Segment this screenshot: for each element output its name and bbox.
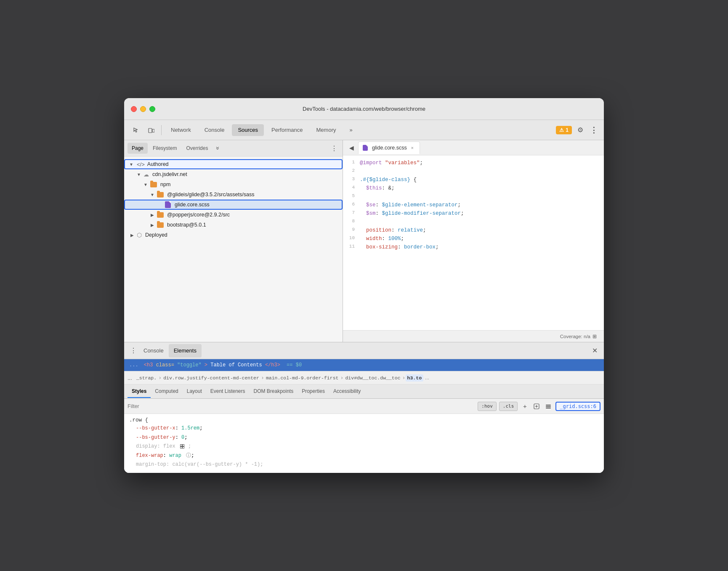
svg-rect-7 xyxy=(546,408,551,408)
title-bar: DevTools - datacadamia.com/web/browser/c… xyxy=(124,98,604,120)
deployed-arrow xyxy=(129,232,135,238)
styles-tab-bar: Styles Computed Layout Event Listeners D… xyxy=(124,384,604,399)
sidebar-more-tabs[interactable]: » xyxy=(213,143,223,153)
inspect-element-button[interactable] xyxy=(129,124,143,136)
scss-file-label: glide.core.scss xyxy=(175,202,210,208)
tab-console-bottom[interactable]: Console xyxy=(138,344,169,358)
tree-npm[interactable]: npm xyxy=(124,179,343,189)
code-editor: ◀ glide.core.scss × 1 @import "variables… xyxy=(343,140,604,342)
css-prop-flexwrap: flex-wrap: wrap ⓘ; xyxy=(136,451,599,461)
css-prop-gutter-x: --bs-gutter-x: 1.5rem; xyxy=(136,424,599,433)
editor-tab-bar: ◀ glide.core.scss × xyxy=(343,140,604,155)
svg-rect-6 xyxy=(546,406,551,407)
warning-icon: ⚠ xyxy=(559,127,564,133)
dom-tag-close-open: > xyxy=(205,362,207,368)
dom-text-content: Table of Contents xyxy=(210,362,262,368)
styles-tab-accessibility[interactable]: Accessibility xyxy=(329,385,365,398)
tree-deployed[interactable]: ⬡ Deployed xyxy=(124,230,343,240)
device-toolbar-button[interactable] xyxy=(144,124,158,136)
close-button[interactable] xyxy=(131,106,137,112)
styles-tab-dom-breakpoints[interactable]: DOM Breakpoints xyxy=(249,385,298,398)
tree-popper[interactable]: @popperjs/core@2.9.2/src xyxy=(124,210,343,220)
filter-add-button[interactable]: + xyxy=(520,402,529,411)
sidebar-tab-overrides[interactable]: Overrides xyxy=(182,143,212,154)
sources-panel: Page Filesystem Overrides » ⋮ </> Author… xyxy=(124,140,604,342)
code-line-8: 8 xyxy=(343,218,604,226)
scss-file-link[interactable]: _grid.scss:6 xyxy=(555,402,600,411)
styles-tab-layout[interactable]: Layout xyxy=(183,385,206,398)
bc-div-toc[interactable]: div#dw__toc.dw__toc xyxy=(343,374,402,382)
sidebar-tab-page[interactable]: Page xyxy=(128,143,148,154)
filter-inspect-button[interactable] xyxy=(532,402,541,411)
dom-breadcrumb: ... _strap. › div.row.justify-content-md… xyxy=(124,371,604,384)
bottom-close-button[interactable]: ✕ xyxy=(590,346,600,356)
sidebar-tab-filesystem[interactable]: Filesystem xyxy=(149,143,181,154)
code-line-7: 7 $sm: $glide-modifier-separator; xyxy=(343,209,604,218)
dom-dollar-zero: == $0 xyxy=(287,362,302,368)
styles-tab-styles[interactable]: Styles xyxy=(128,385,151,398)
tree-authored[interactable]: </> Authored xyxy=(124,159,343,169)
bc-main[interactable]: main.col-md-9.order-first xyxy=(264,374,340,382)
tab-file-icon xyxy=(363,145,368,151)
css-properties: --bs-gutter-x: 1.5rem; --bs-gutter-y: 0;… xyxy=(129,424,599,470)
css-selector: .row { xyxy=(129,417,599,423)
filter-toggle-button[interactable] xyxy=(544,402,553,411)
editor-footer: Coverage: n/a ⊞ xyxy=(343,330,604,342)
popper-folder-icon xyxy=(157,211,164,218)
code-line-6: 6 $se: $glide-element-separator; xyxy=(343,201,604,209)
settings-button[interactable]: ⚙ xyxy=(574,124,587,136)
editor-tab-close[interactable]: × xyxy=(409,145,415,151)
tab-network[interactable]: Network xyxy=(165,124,197,136)
file-tree: </> Authored ☁ cdn.jsdelivr.net npm xyxy=(124,157,343,342)
badge-count: 1 xyxy=(566,127,569,133)
tab-memory[interactable]: Memory xyxy=(311,124,342,136)
tab-performance[interactable]: Performance xyxy=(266,124,308,136)
dom-attr-val: "toggle" xyxy=(177,362,202,368)
filter-input[interactable] xyxy=(128,403,475,409)
tab-console[interactable]: Console xyxy=(199,124,231,136)
npm-folder-icon xyxy=(150,181,157,188)
tree-glide-folder[interactable]: @glideis/glide@3.5.2/src/assets/sass xyxy=(124,189,343,200)
npm-label: npm xyxy=(160,181,170,187)
styles-tab-computed[interactable]: Computed xyxy=(151,385,182,398)
bc-div-row[interactable]: div.row.justify-content-md-center xyxy=(162,374,261,382)
code-line-5: 5 xyxy=(343,192,604,201)
code-line-1: 1 @import "variables"; xyxy=(343,159,604,167)
tree-scss-file[interactable]: glide.core.scss xyxy=(124,200,343,210)
toolbar-divider xyxy=(161,125,162,135)
coverage-expand-button[interactable]: ⊞ xyxy=(590,332,599,341)
code-line-9: 9 position: relative; xyxy=(343,226,604,235)
more-tools-button[interactable]: ⋮ xyxy=(589,124,599,136)
bc-strap[interactable]: _strap. xyxy=(135,374,158,382)
bc-h3[interactable]: h3.to xyxy=(406,374,424,382)
styles-filter-bar: :hov .cls + _grid. xyxy=(124,399,604,414)
svg-rect-10 xyxy=(180,447,182,448)
toolbar-more-tabs[interactable]: » xyxy=(343,124,358,136)
editor-back-button[interactable]: ◀ xyxy=(346,143,356,153)
main-content: Page Filesystem Overrides » ⋮ </> Author… xyxy=(124,140,604,473)
authored-arrow xyxy=(128,161,134,167)
css-prop-display: display: flex ; xyxy=(136,442,599,451)
devtools-window: DevTools - datacadamia.com/web/browser/c… xyxy=(124,98,604,473)
filter-hov-button[interactable]: :hov xyxy=(478,402,497,411)
tab-sources[interactable]: Sources xyxy=(232,124,264,136)
maximize-button[interactable] xyxy=(149,106,155,112)
filter-cls-button[interactable]: .cls xyxy=(499,402,518,411)
styles-tab-properties[interactable]: Properties xyxy=(298,385,329,398)
styles-tab-event-listeners[interactable]: Event Listeners xyxy=(206,385,250,398)
sidebar-tab-bar: Page Filesystem Overrides » ⋮ xyxy=(124,140,343,157)
code-tag-icon: </> xyxy=(137,161,145,168)
glide-folder-icon xyxy=(157,191,164,198)
sidebar-context-menu[interactable]: ⋮ xyxy=(329,143,339,153)
tab-elements-bottom[interactable]: Elements xyxy=(169,344,202,358)
tree-cdn[interactable]: ☁ cdn.jsdelivr.net xyxy=(124,169,343,179)
minimize-button[interactable] xyxy=(140,106,146,112)
tree-bootstrap[interactable]: bootstrap@5.0.1 xyxy=(124,220,343,230)
bottom-panel: ⋮ Console Elements ✕ ... <h3 class= "tog… xyxy=(124,342,604,473)
styles-content: .row { --bs-gutter-x: 1.5rem; --bs-gutte… xyxy=(124,414,604,473)
editor-active-tab[interactable]: glide.core.scss × xyxy=(358,141,420,154)
code-line-4: 4 $this: &; xyxy=(343,184,604,192)
cdn-arrow xyxy=(136,171,142,177)
bottom-more-button[interactable]: ⋮ xyxy=(128,346,138,356)
bootstrap-label: bootstrap@5.0.1 xyxy=(167,222,206,228)
